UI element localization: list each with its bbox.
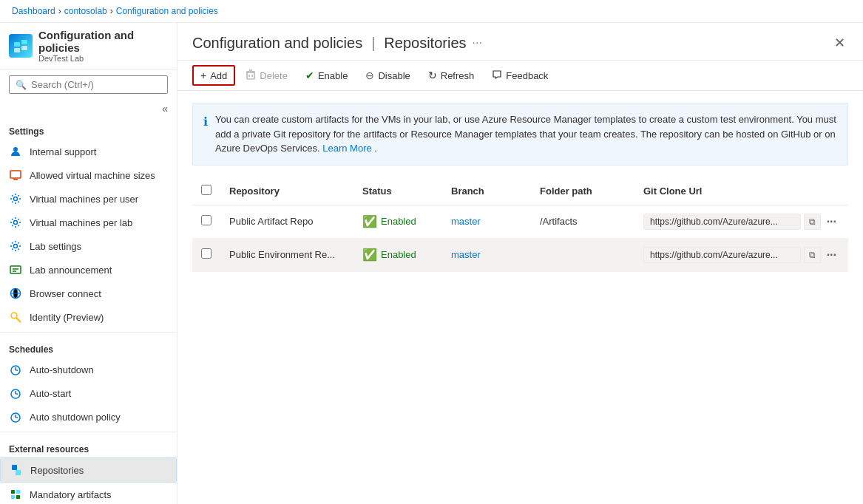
section-label-external: External resources [0, 435, 177, 457]
url-text-2: https://github.com/Azure/azure... [643, 247, 801, 263]
section-label-settings: Settings [0, 118, 177, 140]
sidebar-item-label: Browser connect [30, 288, 101, 299]
close-button[interactable]: ✕ [831, 32, 848, 54]
sidebar-item-auto-shutdown-policy[interactable]: Auto shutdown policy [0, 405, 177, 429]
col-header-status: Status [353, 177, 442, 205]
svg-rect-28 [16, 470, 21, 475]
status-badge-2: ✅ Enabled [362, 248, 433, 262]
sidebar-item-vm-per-user[interactable]: Virtual machines per user [0, 187, 177, 211]
breadcrumb-lab[interactable]: contosolab [64, 6, 107, 16]
gear-icon-3 [9, 239, 22, 253]
clock-icon [9, 363, 22, 376]
svg-point-4 [13, 147, 18, 151]
page-more-options[interactable]: ··· [473, 36, 482, 50]
sidebar-item-auto-shutdown[interactable]: Auto-shutdown [0, 358, 177, 381]
svg-rect-29 [11, 490, 15, 494]
globe-icon [9, 287, 22, 300]
disable-button[interactable]: ⊖ Disable [358, 66, 417, 85]
url-cell-1: https://github.com/Azure/azure... ⧉ ··· [643, 213, 839, 231]
sidebar-item-allowed-vm-sizes[interactable]: Allowed virtual machine sizes [0, 163, 177, 187]
search-input[interactable] [31, 79, 161, 90]
sidebar-item-lab-announcement[interactable]: Lab announcement [0, 258, 177, 282]
enable-button[interactable]: ✔ Enable [298, 66, 355, 85]
table-row: Public Artifact Repo ✅ Enabled master /A… [192, 205, 848, 238]
svg-rect-10 [10, 266, 21, 273]
sidebar-item-browser-connect[interactable]: Browser connect [0, 282, 177, 305]
feedback-button[interactable]: Feedback [484, 66, 555, 86]
announcement-icon [9, 263, 22, 276]
branch-1: master [442, 205, 531, 238]
sidebar-item-label: Auto-shutdown [30, 364, 94, 375]
sidebar-item-identity[interactable]: Identity (Preview) [0, 305, 177, 329]
sidebar-item-lab-settings[interactable]: Lab settings [0, 234, 177, 258]
url-text-1: https://github.com/Azure/azure... [643, 214, 801, 230]
svg-rect-0 [14, 42, 20, 47]
delete-button[interactable]: Delete [238, 66, 295, 86]
key-icon [9, 310, 22, 324]
add-button[interactable]: + Add [192, 65, 235, 86]
refresh-label: Refresh [441, 70, 475, 81]
sidebar-item-label: Virtual machines per user [30, 194, 138, 205]
page-title: Configuration and policies [192, 35, 362, 52]
url-more-button-1[interactable]: ··· [824, 213, 839, 231]
learn-more-link[interactable]: Learn More [322, 143, 371, 154]
delete-label: Delete [260, 70, 288, 81]
page-subtitle: Repositories [384, 35, 466, 52]
folder-path-2 [531, 238, 634, 271]
refresh-button[interactable]: ↻ Refresh [421, 66, 482, 85]
sidebar-header: Configuration and policies DevTest Lab [0, 23, 177, 69]
sidebar-nav: Settings Internal support Allowed virtua… [0, 118, 177, 504]
monitor-icon [9, 168, 22, 182]
svg-rect-2 [14, 48, 20, 52]
app-icon [9, 34, 33, 58]
repositories-table-container: Repository Status Branch Folder path Git… [177, 177, 863, 505]
url-more-button-2[interactable]: ··· [824, 246, 839, 264]
sidebar-item-label: Allowed virtual machine sizes [30, 170, 155, 181]
sidebar-item-label: Auto-start [30, 388, 71, 399]
repo-name-1: Public Artifact Repo [220, 205, 353, 238]
sidebar-item-vm-per-lab[interactable]: Virtual machines per lab [0, 211, 177, 234]
enable-icon: ✔ [305, 69, 314, 81]
breadcrumb-config[interactable]: Configuration and policies [116, 6, 218, 16]
user-icon [9, 145, 22, 158]
url-copy-button-1[interactable]: ⧉ [804, 214, 821, 230]
page-header: Configuration and policies | Repositorie… [177, 23, 863, 61]
svg-rect-37 [247, 72, 254, 79]
svg-rect-6 [13, 179, 18, 180]
status-icon-2: ✅ [362, 248, 377, 262]
sidebar-item-mandatory-artifacts[interactable]: Mandatory artifacts [0, 483, 177, 504]
enable-label: Enable [318, 70, 348, 81]
folder-path-1: /Artifacts [531, 205, 634, 238]
gear-icon [9, 192, 22, 205]
url-copy-button-2[interactable]: ⧉ [804, 247, 821, 263]
info-banner: ℹ You can create custom artifacts for th… [192, 103, 848, 166]
svg-rect-1 [21, 40, 27, 44]
search-icon: 🔍 [16, 80, 27, 90]
plus-icon: + [200, 69, 206, 81]
col-header-folder: Folder path [531, 177, 634, 205]
search-box[interactable]: 🔍 [9, 75, 168, 94]
info-icon: ℹ [203, 113, 208, 156]
sidebar-item-auto-start[interactable]: Auto-start [0, 381, 177, 405]
sidebar: Configuration and policies DevTest Lab 🔍… [0, 23, 177, 504]
sidebar-item-label: Lab settings [30, 241, 81, 252]
collapse-button[interactable]: « [159, 100, 171, 118]
sidebar-app-title: Configuration and policies [38, 29, 168, 54]
clock-icon-2 [9, 386, 22, 400]
sidebar-item-repositories[interactable]: Repositories [0, 457, 177, 483]
table-row: Public Environment Re... ✅ Enabled maste… [192, 238, 848, 271]
breadcrumb: Dashboard › contosolab › Configuration a… [0, 0, 863, 23]
disable-icon: ⊖ [365, 69, 374, 81]
breadcrumb-dashboard[interactable]: Dashboard [12, 6, 55, 16]
select-all-checkbox[interactable] [201, 185, 211, 195]
repo-name-2: Public Environment Re... [220, 238, 353, 271]
svg-point-16 [11, 313, 17, 319]
row-checkbox-2[interactable] [201, 248, 211, 259]
sidebar-item-internal-support[interactable]: Internal support [0, 140, 177, 163]
sidebar-app-subtitle: DevTest Lab [38, 54, 168, 63]
row-checkbox-1[interactable] [201, 215, 211, 225]
delete-icon [246, 69, 256, 82]
sidebar-item-label: Identity (Preview) [30, 312, 104, 323]
add-label: Add [210, 70, 227, 81]
sidebar-item-label: Virtual machines per lab [30, 217, 132, 228]
